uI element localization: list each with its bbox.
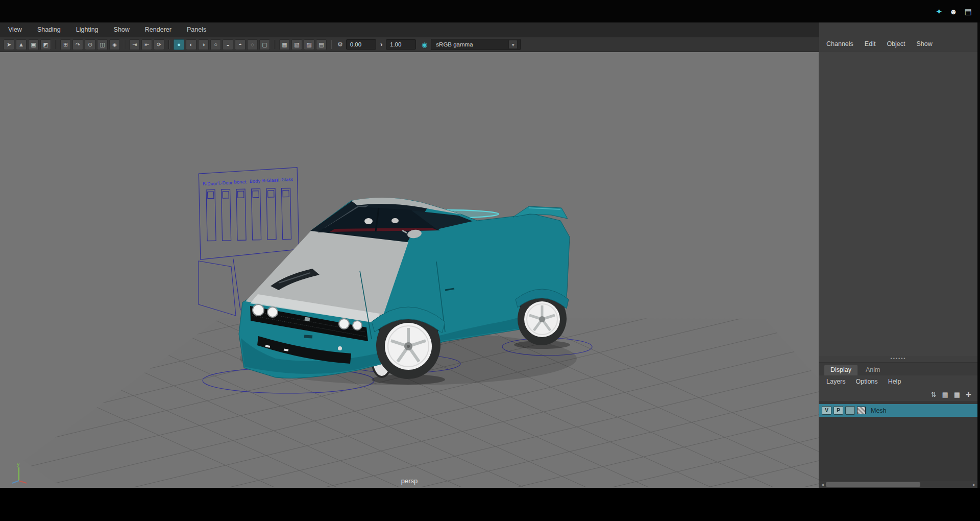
snap-plane-icon[interactable]: ◫	[97, 39, 108, 50]
toolbar-separator	[331, 40, 332, 49]
shaded-mode-icon[interactable]: ●	[174, 39, 184, 50]
rig-slider-handle[interactable]	[208, 192, 214, 198]
render-frame-icon[interactable]: ▤	[316, 39, 327, 50]
select-tool-icon[interactable]: ➤	[4, 39, 14, 50]
user-icon[interactable]: ☻	[949, 8, 958, 15]
scroll-left-arrow-icon[interactable]: ◂	[819, 482, 826, 487]
tab-anim[interactable]: Anim	[860, 365, 886, 375]
layer-visibility-toggle[interactable]: V	[822, 406, 831, 415]
viewport-toolbar: ➤ ▲ ▣ ◩ ⊞ ↷ ⊙ ◫ ◈ ⇥ ⇤ ⟳ ● ◐ ◑ ○ ◒ ◓ ◌ ▢ …	[0, 37, 819, 52]
car-model[interactable]	[239, 198, 577, 385]
menu-channels[interactable]: Channels	[826, 40, 853, 48]
snap-curve-icon[interactable]: ↷	[72, 39, 83, 50]
toolbar-separator	[168, 40, 169, 49]
viewport-canvas[interactable]: R-Door L-Door bonet Body R-Glass L-Glass	[0, 52, 819, 488]
color-space-dropdown[interactable]: sRGB gamma ▾	[431, 39, 521, 50]
move-layer-icon[interactable]: ⇅	[931, 391, 937, 398]
menu-shading[interactable]: Shading	[37, 26, 61, 33]
make-live-icon[interactable]: ◈	[109, 39, 120, 50]
ao-mode-icon[interactable]: ◓	[235, 39, 246, 50]
control-board-label: bonet	[234, 179, 247, 185]
snap-point-icon[interactable]: ⊙	[85, 39, 95, 50]
layer-display-type-toggle[interactable]	[845, 406, 855, 415]
gamma-field[interactable]: 1.00	[386, 39, 416, 50]
menu-view[interactable]: View	[8, 26, 22, 33]
wireframe-mode-icon[interactable]: ○	[210, 39, 221, 50]
exposure-field[interactable]: 0.00	[346, 39, 376, 50]
menu-help[interactable]: Help	[888, 378, 901, 385]
film-gate-icon[interactable]: ▧	[291, 39, 302, 50]
layout-panel-icon[interactable]: ▤	[965, 8, 972, 15]
textured-mode-icon[interactable]: ◐	[186, 39, 197, 50]
layer-color-swatch[interactable]	[857, 407, 866, 414]
sparkle-cursor-icon[interactable]: ✦	[936, 8, 942, 15]
lighting-mode-icon[interactable]: ◑	[198, 39, 209, 50]
toolbar-separator	[274, 40, 275, 49]
tab-display[interactable]: Display	[824, 365, 857, 375]
layer-list-scrollbar[interactable]: ◂ ▸	[819, 481, 977, 488]
grid-display-icon[interactable]: ▦	[279, 39, 290, 50]
menu-panels[interactable]: Panels	[187, 26, 206, 33]
shadow-mode-icon[interactable]: ◒	[223, 39, 233, 50]
layer-playback-toggle[interactable]: P	[834, 406, 843, 415]
viewport-3d[interactable]: R-Door L-Door bonet Body R-Glass L-Glass	[0, 52, 819, 488]
view-axis-gizmo: y	[7, 460, 31, 484]
menu-renderer[interactable]: Renderer	[145, 26, 172, 33]
menu-options[interactable]: Options	[856, 378, 878, 385]
rig-slider-handle[interactable]	[223, 192, 229, 198]
control-board-label: R-Glass	[262, 178, 279, 183]
menu-object[interactable]: Object	[887, 40, 905, 48]
scrollbar-thumb[interactable]	[826, 482, 920, 487]
scroll-right-arrow-icon[interactable]: ▸	[971, 482, 977, 487]
select-hierarchy-icon[interactable]: ▲	[16, 39, 27, 50]
snap-grid-icon[interactable]: ⊞	[60, 39, 71, 50]
layer-editor-tabs: Display Anim	[819, 362, 977, 375]
isolate-select-icon[interactable]: ▢	[259, 39, 270, 50]
rig-slider-handle[interactable]	[238, 191, 244, 198]
menu-lighting[interactable]: Lighting	[76, 26, 99, 33]
menu-edit[interactable]: Edit	[865, 40, 876, 48]
empty-layer-icon[interactable]: ▤	[942, 391, 948, 398]
headlight	[339, 319, 349, 329]
rig-slider-handle[interactable]	[253, 191, 259, 198]
render-view-icon[interactable]: ▨	[304, 39, 314, 50]
headrest	[364, 218, 373, 224]
fog-light	[338, 346, 342, 350]
rig-slider-handle[interactable]	[268, 191, 274, 197]
channel-box-panel: Channels Edit Object Show •••••• Display…	[819, 22, 980, 488]
channel-box-empty-area[interactable]	[819, 51, 977, 356]
chevron-down-icon[interactable]: ▾	[508, 40, 518, 49]
layer-toolbar: ⇅ ▤ ▦ ✚	[819, 388, 977, 401]
display-settings-icon[interactable]: ⚙	[337, 41, 343, 48]
headlight	[253, 304, 264, 316]
control-board-label: L-Glass	[277, 177, 293, 182]
camera-label: persp	[0, 477, 819, 485]
xray-mode-icon[interactable]: ◌	[247, 39, 258, 50]
panel-header-strip	[819, 22, 977, 37]
channel-box-menu: Channels Edit Object Show	[819, 37, 977, 51]
input-connection-icon[interactable]: ⇥	[129, 39, 140, 50]
menu-show-panel[interactable]: Show	[917, 40, 933, 48]
menu-layers[interactable]: Layers	[826, 378, 846, 385]
layer-row-mesh[interactable]: V P Mesh	[819, 404, 977, 417]
menu-show[interactable]: Show	[114, 26, 130, 33]
exposure-icon[interactable]: ◑	[379, 41, 383, 48]
toolbar-separator	[124, 40, 125, 49]
control-polygon[interactable]	[199, 261, 236, 316]
add-layer-icon[interactable]: ✚	[966, 391, 971, 398]
letterbox-bottom	[0, 488, 980, 521]
select-object-icon[interactable]: ▣	[28, 39, 39, 50]
output-connection-icon[interactable]: ⇤	[141, 39, 152, 50]
control-board-label: L-Door	[218, 180, 233, 186]
screen: { "top_bar": { "icons": [ {"name": "spar…	[0, 0, 980, 521]
rig-slider-handle[interactable]	[283, 190, 289, 197]
letterbox-top: ✦ ☻ ▤	[0, 0, 980, 22]
history-icon[interactable]: ⟳	[154, 39, 164, 50]
app-window: View Shading Lighting Show Renderer Pane…	[0, 22, 980, 488]
board-stand-wire	[233, 258, 240, 310]
select-component-icon[interactable]: ◩	[40, 39, 51, 50]
new-layer-icon[interactable]: ▦	[954, 391, 960, 398]
panel-splitter-handle[interactable]: ••••••	[819, 356, 977, 362]
svg-text:y: y	[17, 462, 20, 467]
color-management-icon[interactable]: ◉	[422, 41, 427, 49]
